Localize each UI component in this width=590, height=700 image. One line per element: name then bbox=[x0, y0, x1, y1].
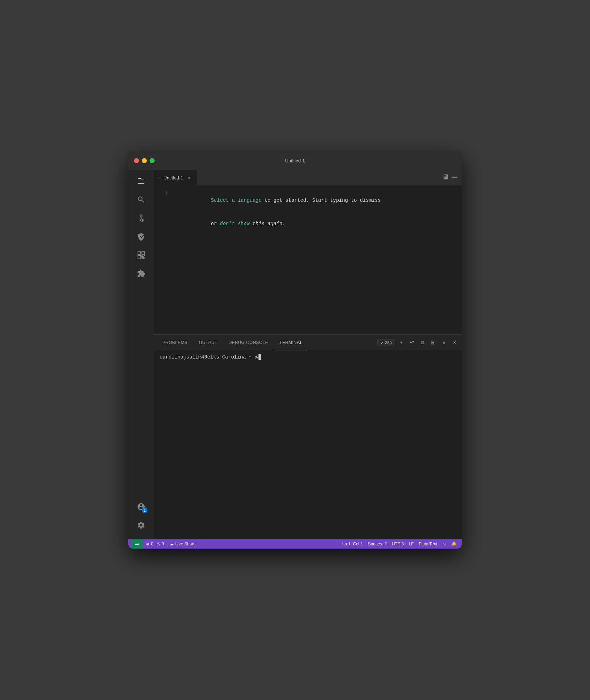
terminal-content[interactable]: carolinajsall@46elks-Carolina ~ % bbox=[154, 350, 462, 539]
run-debug-icon[interactable] bbox=[133, 228, 150, 245]
tab-problems[interactable]: PROBLEMS bbox=[157, 335, 193, 350]
terminal-prompt: carolinajsall@46elks-Carolina ~ % bbox=[160, 353, 456, 361]
indentation-status[interactable]: Spaces: 2 bbox=[366, 539, 389, 549]
explorer-icon[interactable] bbox=[133, 173, 150, 190]
vscode-window: Untitled-1 bbox=[128, 151, 462, 549]
remote-icon: ⇌ bbox=[135, 541, 139, 547]
notifications-icon: 🔔 bbox=[451, 541, 457, 546]
titlebar: Untitled-1 bbox=[128, 151, 462, 170]
feedback-status[interactable]: ☺ bbox=[440, 539, 449, 549]
tab-debug-console[interactable]: DEBUG CONSOLE bbox=[223, 335, 274, 350]
tab-terminal[interactable]: TERMINAL bbox=[274, 335, 308, 350]
errors-status[interactable]: ⊗ 0 ⚠ 0 bbox=[144, 539, 166, 549]
notifications-status[interactable]: 🔔 bbox=[449, 539, 459, 549]
split-terminal-chevron-icon[interactable] bbox=[408, 338, 416, 347]
encoding-label: UTF-8 bbox=[392, 541, 404, 546]
encoding-status[interactable]: UTF-8 bbox=[390, 539, 406, 549]
language-mode-status[interactable]: Plain Text bbox=[417, 539, 439, 549]
remote-status[interactable]: ⇌ bbox=[131, 539, 143, 549]
editor-link-dont-show[interactable]: don't show bbox=[220, 221, 250, 227]
language-mode-label: Plain Text bbox=[419, 541, 437, 546]
activity-bar: 1 bbox=[128, 170, 154, 539]
accounts-icon[interactable]: 1 bbox=[133, 498, 150, 515]
warnings-count: 0 bbox=[162, 541, 164, 546]
activity-bar-top bbox=[133, 173, 150, 498]
status-bar-right: Ln 1, Col 1 Spaces: 2 UTF-8 LF Plain Tex… bbox=[340, 539, 459, 549]
status-bar-left: ⇌ ⊗ 0 ⚠ 0 ☁ Live Share bbox=[131, 539, 198, 549]
status-bar: ⇌ ⊗ 0 ⚠ 0 ☁ Live Share Ln 1, Col 1 Space… bbox=[128, 539, 462, 549]
split-editor-icon[interactable] bbox=[443, 174, 449, 181]
panel-tabs: PROBLEMS OUTPUT DEBUG CONSOLE TERMINAL bbox=[154, 335, 462, 350]
editor-text-this-again: this again. bbox=[250, 221, 285, 227]
editor-content[interactable]: 1 Select a language to get started. Star… bbox=[154, 185, 462, 334]
accounts-badge: 1 bbox=[142, 507, 148, 513]
live-share-status[interactable]: ☁ Live Share bbox=[167, 539, 197, 549]
close-panel-icon[interactable]: × bbox=[450, 338, 459, 347]
split-editor-terminal-icon[interactable]: ⧉ bbox=[418, 338, 427, 347]
maximize-button[interactable] bbox=[150, 158, 155, 163]
warnings-icon: ⚠ bbox=[156, 541, 160, 546]
source-control-icon[interactable] bbox=[133, 210, 150, 227]
close-button[interactable] bbox=[134, 158, 139, 163]
terminal-shell-selector[interactable]: ⊳ zsh bbox=[377, 339, 395, 346]
terminal-cursor bbox=[258, 354, 261, 360]
editor-text-or: or bbox=[211, 221, 220, 227]
panel-tabs-left: PROBLEMS OUTPUT DEBUG CONSOLE TERMINAL bbox=[157, 335, 308, 350]
more-actions-icon[interactable]: ••• bbox=[452, 174, 457, 182]
editor-text-select-language[interactable]: Select a language bbox=[211, 198, 262, 203]
cursor-position-status[interactable]: Ln 1, Col 1 bbox=[340, 539, 365, 549]
tab-bar-left: ≡ Untitled-1 × bbox=[154, 170, 197, 185]
editor-text-to-get-started: to get started. Start typing to dismiss bbox=[262, 198, 381, 203]
terminal-prompt-text: carolinajsall@46elks-Carolina ~ % bbox=[160, 353, 258, 361]
panel-tabs-right: ⊳ zsh + ⧉ ∧ × bbox=[377, 338, 459, 347]
settings-icon[interactable] bbox=[133, 517, 150, 534]
activity-bar-bottom: 1 bbox=[133, 498, 150, 537]
main-layout: 1 ≡ Untitled-1 × bbox=[128, 170, 462, 539]
indentation-label: Spaces: 2 bbox=[368, 541, 387, 546]
terminal-shell-icon: ⊳ bbox=[380, 340, 384, 345]
errors-count: 0 bbox=[151, 541, 154, 546]
live-share-icon: ☁ bbox=[169, 541, 174, 546]
minimize-button[interactable] bbox=[142, 158, 147, 163]
tab-label: Untitled-1 bbox=[163, 175, 183, 180]
line-number-1: 1 bbox=[154, 189, 175, 196]
kill-terminal-icon[interactable] bbox=[429, 338, 438, 347]
window-controls bbox=[134, 158, 155, 163]
tab-file-icon: ≡ bbox=[158, 176, 161, 180]
line-ending-label: LF bbox=[409, 541, 414, 546]
search-icon[interactable] bbox=[133, 191, 150, 208]
extensions-icon[interactable] bbox=[133, 265, 150, 282]
cursor-position-label: Ln 1, Col 1 bbox=[342, 541, 363, 546]
editor-line-1: 1 Select a language to get started. Star… bbox=[154, 188, 462, 236]
tab-output[interactable]: OUTPUT bbox=[193, 335, 223, 350]
errors-icon: ⊗ bbox=[146, 541, 150, 546]
terminal-panel: PROBLEMS OUTPUT DEBUG CONSOLE TERMINAL bbox=[154, 334, 462, 539]
tab-close-button[interactable]: × bbox=[186, 175, 193, 181]
editor-area: ≡ Untitled-1 × ••• 1 bbox=[154, 170, 462, 539]
tab-bar-right: ••• bbox=[443, 174, 462, 182]
live-share-label: Live Share bbox=[175, 541, 195, 546]
new-terminal-icon[interactable]: + bbox=[397, 338, 406, 347]
maximize-panel-icon[interactable]: ∧ bbox=[440, 338, 448, 347]
remote-explorer-icon[interactable] bbox=[133, 246, 150, 263]
feedback-icon: ☺ bbox=[442, 541, 446, 546]
terminal-shell-label: zsh bbox=[385, 340, 392, 345]
window-title: Untitled-1 bbox=[285, 158, 305, 163]
line-ending-status[interactable]: LF bbox=[407, 539, 416, 549]
tab-untitled-1[interactable]: ≡ Untitled-1 × bbox=[154, 170, 197, 185]
line-content-1: Select a language to get started. Start … bbox=[175, 189, 462, 235]
tab-bar: ≡ Untitled-1 × ••• bbox=[154, 170, 462, 185]
